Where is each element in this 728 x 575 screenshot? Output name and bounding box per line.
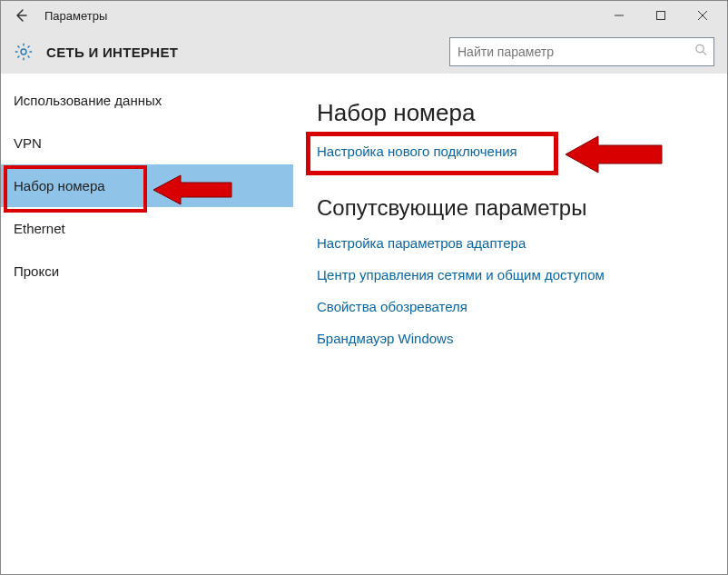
search-input[interactable] (450, 38, 713, 65)
link-network-sharing-center[interactable]: Центр управления сетями и общим доступом (317, 267, 709, 283)
svg-point-2 (696, 45, 703, 52)
svg-point-1 (21, 49, 26, 55)
window-controls (598, 1, 723, 30)
settings-window: Параметры СЕТЬ И ИНТЕРНЕТ (0, 0, 728, 575)
sidebar-item-label: Прокси (14, 263, 59, 279)
sidebar-item-ethernet[interactable]: Ethernet (1, 207, 293, 250)
link-new-connection[interactable]: Настройка нового подключения (317, 144, 709, 159)
titlebar: Параметры (1, 1, 727, 30)
sidebar-item-label: VPN (14, 135, 42, 151)
close-icon (698, 11, 707, 20)
search-box[interactable] (449, 37, 714, 66)
link-internet-options[interactable]: Свойства обозревателя (317, 299, 709, 314)
svg-rect-0 (657, 12, 665, 20)
minimize-button[interactable] (598, 1, 640, 30)
maximize-icon (656, 11, 665, 20)
minimize-icon (615, 11, 624, 20)
maximize-button[interactable] (640, 1, 682, 30)
sidebar-item-dialup[interactable]: Набор номера (1, 164, 293, 207)
sidebar-item-vpn[interactable]: VPN (1, 122, 293, 164)
content-area: Использование данных VPN Набор номера Et… (1, 74, 727, 574)
gear-icon (14, 42, 34, 62)
sidebar-item-label: Ethernet (14, 221, 65, 236)
section-heading-related: Сопутсвующие параметры (317, 195, 709, 221)
search-icon (694, 44, 708, 61)
sidebar: Использование данных VPN Набор номера Et… (1, 74, 293, 574)
header-row: СЕТЬ И ИНТЕРНЕТ (1, 30, 727, 74)
link-adapter-settings[interactable]: Настройка параметров адаптера (317, 235, 709, 251)
main-panel: Набор номера Настройка нового подключени… (293, 74, 727, 574)
section-heading-dialup: Набор номера (317, 99, 709, 127)
back-arrow-icon (14, 8, 28, 23)
page-title: СЕТЬ И ИНТЕРНЕТ (46, 45, 449, 60)
close-button[interactable] (682, 1, 723, 30)
window-title: Параметры (44, 9, 598, 23)
sidebar-item-data-usage[interactable]: Использование данных (1, 79, 293, 122)
sidebar-item-label: Использование данных (14, 93, 162, 108)
link-windows-firewall[interactable]: Брандмауэр Windows (317, 331, 709, 346)
back-button[interactable] (5, 1, 37, 30)
sidebar-item-label: Набор номера (14, 178, 105, 193)
sidebar-item-proxy[interactable]: Прокси (1, 250, 293, 292)
